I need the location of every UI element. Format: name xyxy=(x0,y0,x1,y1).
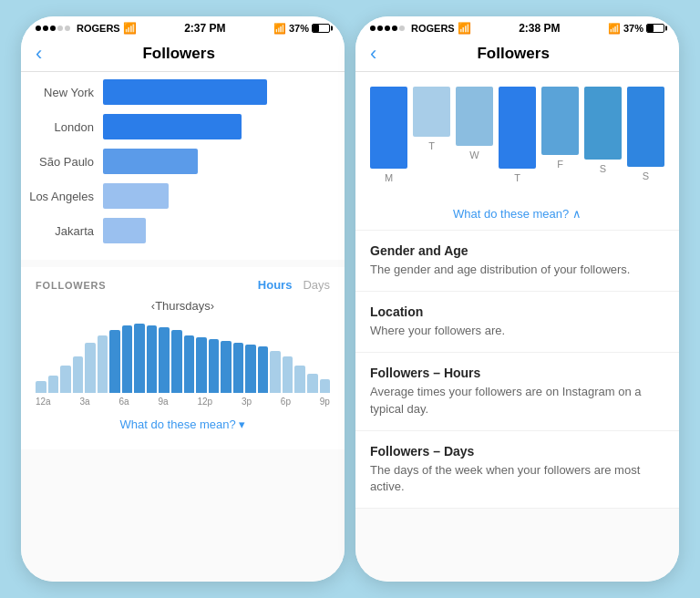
left-carrier: ROGERS xyxy=(77,23,120,34)
hour-bar xyxy=(60,366,71,393)
hour-bar xyxy=(245,345,256,393)
bar-chart xyxy=(36,320,330,393)
day-label: S xyxy=(600,163,606,174)
day-label: W xyxy=(469,150,479,160)
city-row: Los Angeles xyxy=(28,183,345,209)
info-title: Gender and Age xyxy=(370,243,664,258)
days-chart: M T W T F S S xyxy=(355,72,679,198)
right-battery-fill xyxy=(647,25,654,32)
hour-bar xyxy=(109,330,120,393)
day-navigator[interactable]: ‹Thursdays› xyxy=(36,299,330,313)
right-phone: ROGERS 📶 2:38 PM 📶 37% ‹ Followers M T W xyxy=(355,16,679,582)
info-item: Gender and Age The gender and age distri… xyxy=(355,231,679,292)
city-row: London xyxy=(28,114,345,139)
hour-bar xyxy=(98,335,108,393)
right-status-bar: ROGERS 📶 2:38 PM 📶 37% xyxy=(355,16,679,38)
city-label: Los Angeles xyxy=(28,190,94,203)
hour-bar xyxy=(258,346,269,393)
hour-bar xyxy=(48,376,59,393)
hour-bar xyxy=(159,327,170,393)
right-battery-icon xyxy=(646,24,664,33)
hours-tab[interactable]: Hours xyxy=(258,278,293,292)
right-back-button[interactable]: ‹ xyxy=(370,44,376,64)
info-desc: Average times your followers are on Inst… xyxy=(370,384,664,417)
info-desc: The days of the week when your followers… xyxy=(370,462,664,495)
info-item: Location Where your followers are. xyxy=(355,292,679,353)
city-label: London xyxy=(28,120,94,134)
city-bar xyxy=(103,149,198,174)
left-status-bar: ROGERS 📶 2:37 PM 📶 37% xyxy=(21,16,345,38)
cities-section: New York London São Paulo Los Angeles Ja… xyxy=(21,72,345,260)
right-battery-area: 📶 37% xyxy=(608,23,664,35)
rdot3 xyxy=(385,26,390,31)
info-title: Followers – Hours xyxy=(370,366,664,380)
x-axis: 12a 3a 6a 9a 12p 3p 6p 9p xyxy=(36,397,330,407)
hour-bar xyxy=(134,324,145,393)
day-label: T xyxy=(514,172,520,183)
rdot5 xyxy=(399,26,405,31)
x-label-1: 3a xyxy=(80,397,90,407)
followers-header: FOLLOWERS Hours Days xyxy=(36,278,330,292)
followers-section: FOLLOWERS Hours Days ‹Thursdays› 12a 3a … xyxy=(21,267,345,449)
right-wifi: 📶 xyxy=(458,22,471,35)
day-bar xyxy=(541,87,579,155)
hour-bar xyxy=(171,330,182,393)
hour-bar xyxy=(73,356,84,393)
city-bar xyxy=(103,183,169,209)
x-label-0: 12a xyxy=(36,397,51,407)
left-battery-area: 📶 37% xyxy=(273,23,330,35)
hour-bar xyxy=(184,335,195,393)
city-bar xyxy=(103,79,267,105)
left-wifi: 📶 xyxy=(123,22,137,35)
rdot2 xyxy=(377,26,383,31)
info-desc: Where your followers are. xyxy=(370,323,664,339)
hour-bar xyxy=(147,325,158,393)
day-label: S xyxy=(643,170,649,181)
days-tab[interactable]: Days xyxy=(303,278,330,292)
signal-dots xyxy=(36,26,70,31)
dot2 xyxy=(43,26,48,31)
dot3 xyxy=(50,26,56,31)
left-bluetooth: 📶 xyxy=(273,23,286,35)
city-row: New York xyxy=(28,79,345,105)
info-title: Location xyxy=(370,304,664,319)
left-battery-pct: 37% xyxy=(289,23,309,34)
right-page-title: Followers xyxy=(384,45,643,63)
left-time: 2:37 PM xyxy=(184,22,225,35)
x-label-6: 6p xyxy=(281,397,291,407)
left-phone-content: New York London São Paulo Los Angeles Ja… xyxy=(21,72,345,582)
hour-bar xyxy=(233,343,244,393)
hour-bar xyxy=(294,366,305,393)
left-signal: ROGERS 📶 xyxy=(36,22,137,35)
hour-bar xyxy=(270,351,281,393)
day-bar xyxy=(413,87,450,137)
day-label: F xyxy=(557,159,563,170)
hour-bar xyxy=(122,325,133,393)
dot5 xyxy=(65,26,70,31)
day-column: S xyxy=(627,87,664,183)
hour-bar xyxy=(36,381,46,393)
what-mean-left[interactable]: What do these mean? ▾ xyxy=(36,418,330,438)
dot4 xyxy=(57,26,63,31)
city-rows: New York London São Paulo Los Angeles Ja… xyxy=(28,79,345,243)
info-desc: The gender and age distribution of your … xyxy=(370,262,664,278)
info-title: Followers – Days xyxy=(370,444,664,459)
city-row: Jakarta xyxy=(28,218,345,243)
right-bluetooth: 📶 xyxy=(608,23,621,35)
info-item: Followers – Days The days of the week wh… xyxy=(355,431,679,509)
day-column: S xyxy=(584,87,622,183)
city-bar xyxy=(103,218,146,243)
day-bar xyxy=(499,87,536,169)
what-mean-right[interactable]: What do these mean? ∧ xyxy=(355,198,679,231)
day-bar xyxy=(456,87,493,146)
day-column: M xyxy=(370,87,407,183)
hour-bar xyxy=(209,339,220,393)
left-back-button[interactable]: ‹ xyxy=(36,44,42,64)
followers-label: FOLLOWERS xyxy=(36,280,258,291)
city-bar xyxy=(103,114,242,139)
right-battery-pct: 37% xyxy=(623,23,643,34)
hour-bar xyxy=(221,341,232,393)
city-label: São Paulo xyxy=(28,155,94,169)
day-label: M xyxy=(385,172,393,183)
city-label: New York xyxy=(28,86,94,99)
